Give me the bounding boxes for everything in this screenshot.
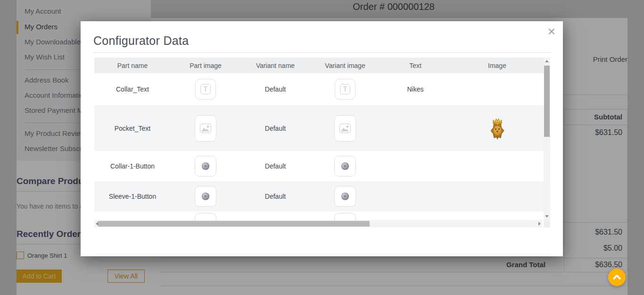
col-header-variant-image: Variant image [310, 58, 380, 73]
custom-text-value [380, 105, 451, 151]
text-icon [199, 83, 212, 95]
table-row: Sleeve-1-Button Default [94, 181, 544, 211]
col-header-part-image: Part image [171, 58, 240, 73]
button-icon [339, 190, 351, 202]
variant-image-thumbnail [334, 115, 356, 142]
scroll-to-top-button[interactable] [608, 269, 626, 286]
part-image-thumbnail [195, 79, 216, 100]
table-row [94, 211, 544, 220]
custom-image-cell [451, 105, 544, 151]
col-header-image: Image [451, 58, 544, 73]
configurator-table: Part name Part image Variant name Varian… [94, 58, 544, 220]
image-icon [339, 122, 351, 135]
variant-name: Default [240, 105, 310, 151]
custom-image-cell [451, 73, 544, 105]
variant-name: Default [240, 181, 310, 211]
button-icon [339, 160, 351, 172]
table-row: Collar-1-Button Default [94, 151, 544, 181]
col-header-variant-name: Variant name [240, 58, 310, 73]
table-header-row: Part name Part image Variant name Varian… [94, 58, 544, 73]
custom-image-cell [451, 151, 544, 181]
part-image-thumbnail [195, 156, 216, 177]
text-icon [339, 83, 351, 95]
button-icon [199, 160, 212, 172]
variant-image-thumbnail [334, 156, 356, 177]
chevron-up-icon [608, 269, 626, 286]
part-image-thumbnail [195, 213, 216, 220]
custom-text-value [380, 151, 451, 181]
part-image-thumbnail [195, 115, 216, 142]
modal-title-divider [93, 52, 551, 53]
col-header-part-name: Part name [94, 58, 171, 73]
vertical-scrollbar[interactable] [544, 58, 550, 220]
table-row: Collar_Text Default Nikes [94, 73, 544, 105]
modal-title: Configurator Data [93, 34, 189, 48]
configurator-data-modal: × Configurator Data Part name Part image… [81, 21, 563, 256]
variant-image-thumbnail [334, 186, 356, 207]
part-image-thumbnail [195, 186, 216, 207]
button-icon [199, 190, 212, 202]
scroll-right-arrow-icon[interactable] [538, 222, 541, 226]
col-header-text: Text [380, 58, 451, 73]
scrollbar-corner [544, 220, 550, 228]
horizontal-scrollbar[interactable] [94, 220, 542, 228]
part-name: Collar_Text [94, 73, 171, 105]
close-icon[interactable]: × [548, 25, 555, 38]
variant-image-thumbnail [335, 79, 355, 100]
part-name: Pocket_Text [94, 105, 171, 151]
horizontal-scrollbar-thumb[interactable] [98, 221, 370, 227]
part-name: Sleeve-1-Button [94, 181, 171, 211]
variant-name: Default [240, 151, 310, 181]
variant-image-thumbnail [334, 213, 356, 220]
vertical-scrollbar-thumb[interactable] [544, 66, 550, 137]
lion-crown-image [488, 116, 507, 141]
custom-text-value [380, 181, 451, 211]
scroll-down-arrow-icon[interactable] [545, 215, 549, 218]
custom-image-cell [451, 181, 544, 211]
part-name: Collar-1-Button [94, 151, 171, 181]
scroll-up-arrow-icon[interactable] [545, 60, 549, 62]
table-row: Pocket_Text Default [94, 105, 544, 151]
screen: Order # 000000128 Print Order My Account… [0, 0, 644, 295]
image-icon [199, 122, 212, 135]
custom-text-value: Nikes [380, 73, 451, 105]
variant-name: Default [240, 73, 310, 105]
